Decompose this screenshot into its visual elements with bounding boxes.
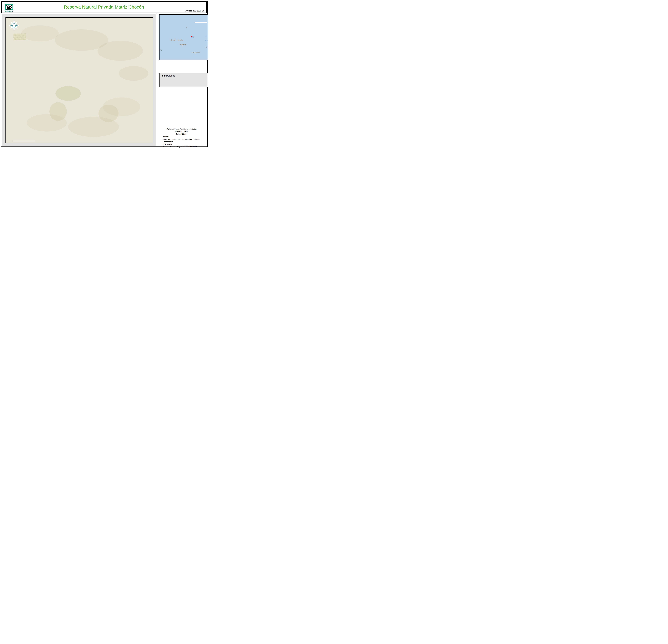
logo-wordmark: CONAP — [3, 10, 15, 12]
info-source-title: Fuente: — [163, 136, 200, 138]
vegetation-patch — [13, 33, 26, 40]
info-source-line3: Base de datos cartografía básica IGN 201… — [163, 146, 200, 148]
legend-box: Simbología — [159, 73, 208, 87]
map-canvas — [5, 17, 153, 143]
info-datum: Datum WGS84 — [163, 133, 200, 136]
inset-honduras-fragment: H o — [206, 46, 208, 48]
compass-rose-icon — [9, 20, 19, 30]
inset-dispute-note — [195, 22, 207, 23]
map-document-page: CONAP Reserva Natural Privada Matriz Cho… — [0, 0, 209, 148]
header: CONAP Reserva Natural Privada Matriz Cho… — [1, 1, 207, 13]
info-projection: Proyección GTM — [163, 130, 200, 133]
legend-title: Simbología — [162, 74, 174, 77]
inset-area-marker — [191, 36, 192, 37]
document-id: DAGeos-460-2026-BS — [184, 10, 204, 12]
map-frame — [2, 14, 156, 146]
terrain-shading — [21, 25, 148, 137]
page-title: Reserva Natural Privada Matriz Chocón — [2, 4, 207, 10]
info-source-line1: Base de datos de la Dirección Análisis G… — [163, 138, 200, 143]
info-coord-system: Sistema de coordenadas proyectadas — [163, 128, 200, 130]
inset-city-label: Guatemala — [180, 44, 186, 45]
info-source-line2: CONAP 2026 — [163, 143, 200, 146]
inset-locator-map: B Guatemala Guatemala San Salvador 721 G… — [159, 14, 208, 60]
inset-country-label: Guatemala — [169, 39, 186, 41]
projection-source-box: Sistema de coordenadas proyectadas Proye… — [161, 127, 202, 146]
inset-city2-label: San Salvador — [192, 52, 200, 53]
inset-sea-fragment-2: Hond — [205, 40, 208, 41]
inset-sea-fragment: Gu — [205, 35, 207, 37]
inset-depth-label: 721 — [160, 49, 162, 51]
inset-belize-fragment: B — [186, 26, 188, 29]
